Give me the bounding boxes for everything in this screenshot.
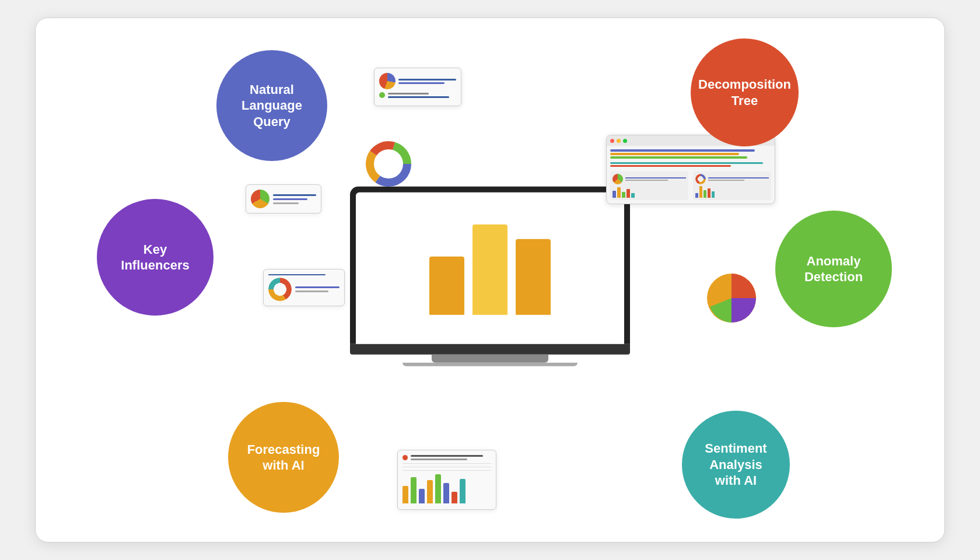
bcc-lines [411,455,491,460]
forecast-label: Forecasting with AI [247,442,320,474]
slb-line-top [268,274,326,275]
b6 [695,193,698,198]
donut-chart-float [362,138,415,192]
dash-lines-block [610,162,771,167]
pbi-bars [418,222,562,315]
rc-lines-2 [388,93,456,98]
circle-key[interactable]: Key Influencers [97,199,214,316]
mc2-l1 [708,177,769,178]
bb2 [411,477,416,503]
dot-red [610,139,614,143]
mc1-lines [625,177,686,181]
bcc-l1 [411,455,483,457]
bcc-l2 [411,459,467,460]
mc2-donut [695,174,706,184]
pie-slice-2 [732,298,756,323]
anomaly-label: Anomaly Detection [804,253,863,285]
bcc-dot [402,455,408,460]
slb-lines [295,286,340,292]
circle-forecast[interactable]: Forecasting with AI [228,402,339,513]
circle-sentiment[interactable]: Sentiment Analysis with AI [682,411,790,519]
mc2-top [695,174,769,184]
pie-chart-right [705,272,758,327]
mc1-l1 [625,177,686,178]
pbi-bar-2 [473,225,508,315]
pbi-bar-3 [516,239,551,315]
dash-mini-charts [610,172,771,200]
pbi-bar-1 [429,257,464,315]
bb8 [460,479,466,503]
dash-content [607,146,775,204]
donut-svg [362,138,415,190]
bcc-yline-3 [402,470,491,471]
bcc-yline-1 [402,463,491,464]
laptop-foot [402,363,578,366]
dl-1 [610,162,763,164]
dash-leg-3 [610,156,747,159]
mc2-lines [708,177,769,181]
b1 [612,191,616,198]
mini-chart-2 [693,172,771,200]
dash-leg-2 [610,153,739,155]
bb7 [452,492,457,503]
rc-line-2 [398,82,444,84]
report-card-top [374,68,461,106]
bcc-yline-2 [402,467,491,467]
dash-legend [610,149,771,159]
bb3 [419,489,425,503]
slt-row [251,190,316,208]
mc2-bars [695,186,769,198]
main-card: Natural Language Query Decomposition Tre… [35,18,945,542]
b8 [704,190,706,198]
dot-green [623,139,627,143]
rc-line-3 [388,93,429,94]
slt-pie [251,190,270,208]
pie-slice-1 [732,274,756,298]
slt-line-1 [273,194,316,196]
rc-lines [398,79,456,84]
b3 [622,192,625,198]
sentiment-label: Sentiment Analysis with AI [705,440,766,489]
circle-anomaly[interactable]: Anomaly Detection [775,211,892,327]
rc-dot [379,92,385,98]
laptop [350,187,630,366]
rc-line-4 [388,96,449,98]
small-card-left-top [246,184,321,214]
small-card-left-bottom [263,269,345,306]
rc-pie-icon [379,73,396,89]
slb-donut [268,278,292,301]
b10 [712,191,715,198]
bb6 [443,483,449,503]
pie-right-svg [705,272,758,324]
slb-line-1 [295,286,340,288]
laptop-screen-inner [356,192,624,344]
rc-row-2 [379,92,456,98]
mc1-l2 [625,180,668,181]
slt-lines [273,194,316,204]
rc-row-1 [379,73,456,89]
bcc-y-axis [402,463,491,471]
mc1-top [612,174,686,184]
b5 [631,193,635,198]
bcc-bars [402,473,491,505]
bb1 [402,486,408,503]
slt-line-2 [273,198,307,200]
bottom-center-card [397,450,496,510]
b9 [708,188,710,198]
dl-2 [610,165,731,167]
dot-yellow [617,139,621,143]
rc-line-1 [398,79,456,80]
slt-line-3 [273,202,299,204]
b2 [617,187,621,198]
slb-row [268,278,340,301]
mc1-pie [612,174,623,184]
laptop-base [350,344,630,355]
b7 [699,186,702,198]
decomp-label: Decomposition Tree [698,76,791,108]
bb4 [427,480,433,503]
circle-nlq[interactable]: Natural Language Query [216,50,327,161]
bb5 [435,474,441,503]
circle-decomp[interactable]: Decomposition Tree [691,38,799,146]
laptop-screen-outer [350,187,630,344]
bcc-top [402,455,491,460]
